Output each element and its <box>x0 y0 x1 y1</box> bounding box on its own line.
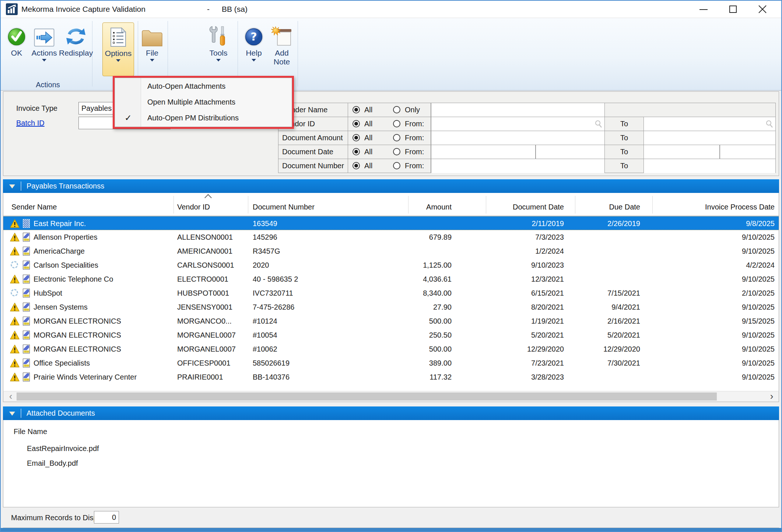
grid-header: Sender Name Vendor ID Document Number Am… <box>3 193 779 216</box>
filter-from-field[interactable] <box>431 131 605 145</box>
ok-button[interactable]: OK <box>6 24 27 75</box>
filter-to-field[interactable] <box>644 159 776 173</box>
add-note-button[interactable]: Add Note <box>267 24 297 75</box>
document-number-cell: 40 - 598635 2 <box>253 272 380 286</box>
radio-label: All <box>364 145 372 159</box>
filter-from-subfield[interactable] <box>536 145 605 159</box>
lookup-icon[interactable] <box>595 120 603 130</box>
radio-from[interactable] <box>393 148 400 155</box>
filter-to-field[interactable] <box>644 117 776 131</box>
column-header-due-date[interactable]: Due Date <box>568 201 640 213</box>
radio-from[interactable] <box>393 120 400 127</box>
radio-all[interactable] <box>353 162 360 169</box>
column-header-vendor-id[interactable]: Vendor ID <box>177 201 210 213</box>
column-header-document-number[interactable]: Document Number <box>253 201 315 213</box>
radio-from[interactable] <box>393 134 400 141</box>
filter-row-document-date: Document DateAllFrom:To <box>278 145 775 159</box>
chevron-down-icon <box>252 59 256 61</box>
filter-to-field[interactable] <box>644 131 776 145</box>
radio-label: All <box>364 131 372 145</box>
sender-name-cell: Jensen Systems <box>34 300 175 314</box>
radio-all[interactable] <box>353 106 360 113</box>
close-button[interactable] <box>750 1 775 17</box>
tools-button[interactable]: Tools <box>204 24 233 75</box>
transaction-row[interactable]: Electronic Telephone CoELECTRO000140 - 5… <box>3 272 779 286</box>
transaction-row[interactable]: Jensen SystemsJENSENSY00017-475-2628627.… <box>3 300 779 314</box>
document-date-cell: 1/19/2021 <box>490 314 564 328</box>
invoice-process-date-cell: 9/15/2025 <box>674 314 775 328</box>
minimize-button[interactable] <box>691 1 716 17</box>
filter-from-field[interactable] <box>431 117 605 131</box>
document-attachment-icon <box>23 317 30 325</box>
options-button[interactable]: Options <box>102 22 134 76</box>
transaction-row[interactable]: MORGAN ELECTRONICSMORGANCO0...#10124500.… <box>3 314 779 328</box>
filter-row-label: Document Number <box>278 159 348 173</box>
grid-rows: East Repair Inc.1635492/11/20192/26/2019… <box>3 216 779 384</box>
transaction-row[interactable]: Carlson SpecialitiesCARLSONS000120201,12… <box>3 258 779 272</box>
sender-name-cell: MORGAN ELECTRONICS <box>34 314 175 328</box>
transaction-row[interactable]: AmericaChargeAMERICAN0001R3457G1/2/20249… <box>3 244 779 258</box>
h-scrollbar[interactable]: ‹ › <box>3 391 779 402</box>
app-icon <box>6 3 18 15</box>
amount-cell: 117.32 <box>382 370 452 384</box>
actions-button[interactable]: Actions <box>30 24 58 75</box>
tools-icon <box>204 24 233 47</box>
menu-item-open-multiple-attachments[interactable]: Open Multiple Attachments <box>115 94 292 110</box>
document-number-cell: 145296 <box>253 230 380 244</box>
invoice-process-date-cell: 9/10/2025 <box>674 272 775 286</box>
collapse-triangle-icon[interactable] <box>9 412 15 416</box>
lookup-icon[interactable] <box>765 120 774 130</box>
transaction-row[interactable]: East Repair Inc.1635492/11/20192/26/2019… <box>3 216 779 230</box>
transaction-row[interactable]: HubSpotHUBSPOT0001IVC73207118,340.006/15… <box>3 286 779 300</box>
sender-name-cell: Electronic Telephone Co <box>34 272 175 286</box>
attached-file[interactable]: EastRepairInvoice.pdf <box>27 443 99 454</box>
menu-item-label: Auto-Open Attachments <box>147 78 225 94</box>
filter-to-subfield[interactable] <box>720 145 776 159</box>
redisplay-button[interactable]: Redisplay <box>59 24 93 75</box>
radio-only[interactable] <box>393 106 400 113</box>
chevron-down-icon <box>216 59 221 61</box>
transaction-row[interactable]: Office SpecialistsOFFICESP00015850266193… <box>3 356 779 370</box>
radio-all[interactable] <box>353 148 360 155</box>
column-header-amount[interactable]: Amount <box>382 201 452 213</box>
scroll-thumb[interactable] <box>17 392 717 401</box>
invoice-type-label: Invoice Type <box>16 103 57 113</box>
sender-name-cell: Allenson Properties <box>34 230 175 244</box>
max-records-field[interactable]: 0 <box>94 511 119 524</box>
help-button[interactable]: ? Help <box>242 24 266 75</box>
filter-row-label: Document Amount <box>278 131 348 145</box>
radio-from[interactable] <box>393 162 400 169</box>
column-header-invoice-process-date[interactable]: Invoice Process Date <box>674 201 775 213</box>
filter-from-field[interactable] <box>431 145 536 159</box>
amount-cell: 1,125.00 <box>382 258 452 272</box>
attached-file[interactable]: Email_Body.pdf <box>27 458 78 469</box>
transaction-row[interactable]: Prairie Winds Veterinary CenterPRAIRIE00… <box>3 370 779 384</box>
transaction-row[interactable]: Allenson PropertiesALLENSON0001145296679… <box>3 230 779 244</box>
transaction-row[interactable]: MORGAN ELECTRONICSMORGANEL0007#10062500.… <box>3 342 779 356</box>
filter-from-field[interactable] <box>431 159 605 173</box>
file-button[interactable]: File <box>140 24 164 75</box>
menu-item-auto-open-pm-distributions[interactable]: ✓Auto-Open PM Distributions <box>115 110 292 126</box>
radio-all[interactable] <box>353 120 360 127</box>
toolbar-separator <box>298 21 298 87</box>
collapse-triangle-icon[interactable] <box>9 184 15 189</box>
column-header-document-date[interactable]: Document Date <box>490 201 564 213</box>
transaction-row[interactable]: MORGAN ELECTRONICSMORGANEL0007#10054250.… <box>3 328 779 342</box>
document-attachment-icon <box>23 359 30 367</box>
menu-item-label: Auto-Open PM Distributions <box>147 110 239 126</box>
svg-text:?: ? <box>250 30 257 43</box>
document-date-cell: 6/15/2021 <box>490 286 564 300</box>
scroll-right-button[interactable]: › <box>767 391 777 402</box>
menu-item-auto-open-attachments[interactable]: Auto-Open Attachments <box>115 78 292 94</box>
filter-to-field[interactable] <box>644 145 720 159</box>
maximize-button[interactable] <box>721 1 745 17</box>
radio-all[interactable] <box>353 134 360 141</box>
vendor-id-cell: AMERICAN0001 <box>177 244 250 258</box>
scroll-left-button[interactable]: ‹ <box>6 391 16 402</box>
batch-id-link[interactable]: Batch ID <box>16 118 45 128</box>
column-header-sender-name[interactable]: Sender Name <box>11 201 57 213</box>
warning-icon <box>10 344 20 354</box>
filter-from-field[interactable] <box>431 103 605 117</box>
status-bar: Maximum Records to Display 0 <box>3 507 779 528</box>
due-date-cell: 2/26/2019 <box>568 216 640 230</box>
